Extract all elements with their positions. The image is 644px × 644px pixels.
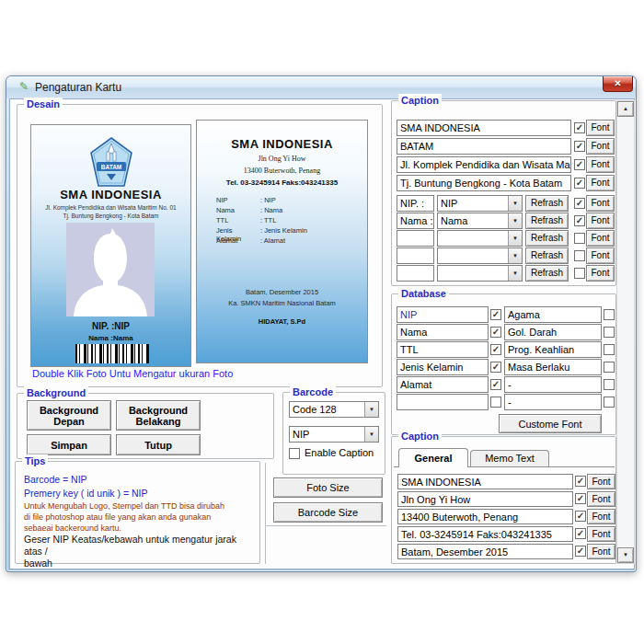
photo-placeholder[interactable]: [66, 223, 155, 316]
enable-caption-checkbox[interactable]: [289, 448, 300, 459]
barcode-size-button[interactable]: Barcode Size: [273, 502, 383, 523]
db-checkbox[interactable]: [490, 362, 501, 373]
caption-field-label[interactable]: [397, 265, 434, 282]
general-caption-checkbox[interactable]: [575, 546, 586, 557]
db-field[interactable]: Jenis Kelamin: [397, 359, 489, 375]
caption-visible-checkbox[interactable]: [574, 141, 585, 152]
tab-general[interactable]: General: [398, 448, 468, 467]
db-field[interactable]: Nama: [397, 324, 489, 340]
refresh-button[interactable]: Refrash: [525, 265, 569, 282]
barcode-field-dropdown[interactable]: NIP ▼: [289, 426, 379, 443]
refresh-button[interactable]: Refrash: [525, 213, 569, 229]
refresh-button[interactable]: Refrash: [525, 247, 569, 264]
tab-memo-text[interactable]: Memo Text: [470, 450, 549, 466]
caption-visible-checkbox[interactable]: [574, 268, 585, 279]
db-field[interactable]: Alamat: [397, 376, 489, 393]
general-caption-field[interactable]: Batam, Desember 2015: [397, 544, 573, 559]
caption-visible-checkbox[interactable]: [574, 159, 585, 170]
scroll-up-button[interactable]: ▲: [617, 101, 634, 117]
caption-text-field[interactable]: Tj. Buntung Bengkong - Kota Batam: [397, 175, 571, 191]
general-caption-field[interactable]: SMA INDONESIA: [397, 474, 573, 489]
db-checkbox[interactable]: [490, 397, 501, 408]
caption-text-field[interactable]: BATAM: [397, 138, 571, 155]
caption-visible-checkbox[interactable]: [574, 233, 585, 244]
db-checkbox[interactable]: [490, 379, 501, 390]
font-button[interactable]: Font: [586, 195, 615, 212]
db-checkbox[interactable]: [604, 327, 615, 338]
caption-field-dropdown[interactable]: NIP ▼: [437, 195, 523, 212]
font-button[interactable]: Font: [586, 247, 615, 264]
caption-visible-checkbox[interactable]: [574, 122, 585, 133]
font-button[interactable]: Font: [586, 175, 615, 191]
caption-field-dropdown[interactable]: Nama ▼: [437, 213, 523, 229]
db-field[interactable]: -: [504, 376, 602, 393]
chevron-down-icon[interactable]: ▼: [508, 248, 522, 263]
close-button[interactable]: ✕: [603, 76, 633, 92]
db-field[interactable]: Gol. Darah: [504, 324, 602, 340]
refresh-button[interactable]: Refrash: [525, 195, 569, 212]
card-back-preview[interactable]: SMA INDONESIA Jln Ong Yi How 13400 Buter…: [196, 120, 368, 363]
simpan-button[interactable]: Simpan: [27, 434, 111, 455]
db-checkbox[interactable]: [490, 327, 501, 338]
caption-field-label[interactable]: [397, 230, 434, 247]
caption-visible-checkbox[interactable]: [574, 215, 585, 226]
chevron-down-icon[interactable]: ▼: [508, 266, 522, 281]
db-field[interactable]: NIP: [397, 306, 489, 323]
db-checkbox[interactable]: [604, 309, 615, 320]
chevron-down-icon[interactable]: ▼: [364, 402, 378, 417]
font-button[interactable]: Font: [587, 474, 615, 489]
caption-field-dropdown[interactable]: ▼: [437, 230, 523, 247]
title-bar[interactable]: ✎ Pengaturan Kartu ✕: [6, 76, 636, 98]
font-button[interactable]: Font: [587, 509, 615, 524]
db-checkbox[interactable]: [604, 379, 615, 390]
db-checkbox[interactable]: [604, 397, 615, 408]
chevron-down-icon[interactable]: ▼: [508, 196, 522, 211]
general-caption-field[interactable]: Tel. 03-3245914 Faks:043241335: [397, 526, 573, 542]
caption-field-label[interactable]: Nama :: [397, 213, 434, 229]
caption-field-dropdown[interactable]: ▼: [437, 265, 523, 282]
background-depan-button[interactable]: Background Depan: [27, 400, 111, 431]
general-caption-checkbox[interactable]: [575, 493, 586, 504]
caption-visible-checkbox[interactable]: [574, 198, 585, 209]
caption-visible-checkbox[interactable]: [574, 250, 585, 261]
caption-text-field[interactable]: SMA INDONESIA: [397, 120, 571, 136]
card-front-preview[interactable]: BATAM SMA INDONESIA Jl. Komplek Pendidik…: [30, 124, 191, 367]
db-checkbox[interactable]: [490, 309, 501, 320]
general-caption-field[interactable]: 13400 Buterwoth, Penang: [397, 509, 573, 524]
chevron-down-icon[interactable]: ▼: [508, 231, 522, 246]
caption-field-label[interactable]: [397, 247, 434, 264]
general-caption-checkbox[interactable]: [575, 528, 586, 539]
background-belakang-button[interactable]: Background Belakang: [116, 400, 201, 431]
db-checkbox[interactable]: [490, 344, 501, 355]
font-button[interactable]: Font: [586, 120, 615, 136]
caption-field-dropdown[interactable]: ▼: [437, 247, 523, 264]
db-field[interactable]: -: [504, 394, 602, 410]
font-button[interactable]: Font: [586, 230, 615, 247]
tutup-button[interactable]: Tutup: [116, 434, 201, 455]
font-button[interactable]: Font: [586, 213, 615, 229]
custom-font-button[interactable]: Custome Font: [499, 414, 602, 433]
font-button[interactable]: Font: [587, 526, 615, 542]
right-scrollbar[interactable]: ▲ ▼: [616, 100, 635, 564]
font-button[interactable]: Font: [586, 265, 615, 282]
caption-field-label[interactable]: NIP. :: [397, 195, 434, 212]
general-caption-checkbox[interactable]: [575, 511, 586, 522]
scroll-down-button[interactable]: ▼: [617, 547, 634, 563]
barcode-preview[interactable]: [75, 344, 149, 363]
foto-size-button[interactable]: Foto Size: [273, 477, 383, 498]
db-field[interactable]: TTL: [397, 341, 489, 358]
db-field[interactable]: Prog. Keahlian: [504, 341, 602, 358]
font-button[interactable]: Font: [587, 491, 615, 507]
chevron-down-icon[interactable]: ▼: [364, 427, 378, 442]
db-field[interactable]: Masa Berlaku: [504, 359, 602, 375]
caption-text-field[interactable]: Jl. Komplek Pendidika dan Wisata Maritim…: [397, 156, 571, 173]
general-caption-checkbox[interactable]: [575, 476, 586, 487]
font-button[interactable]: Font: [586, 138, 615, 155]
font-button[interactable]: Font: [586, 156, 615, 173]
db-checkbox[interactable]: [604, 344, 615, 355]
db-checkbox[interactable]: [604, 362, 615, 373]
caption-visible-checkbox[interactable]: [574, 178, 585, 189]
db-field[interactable]: Agama: [504, 306, 602, 323]
db-field[interactable]: [397, 394, 489, 410]
font-button[interactable]: Font: [587, 544, 615, 559]
